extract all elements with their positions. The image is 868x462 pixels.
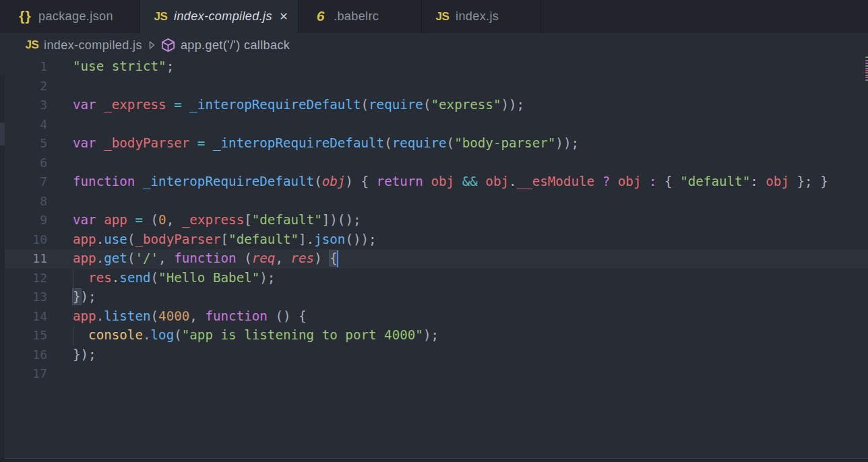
token-pln: ( xyxy=(143,212,158,228)
token-str: "default" xyxy=(228,232,299,247)
code-line[interactable]: function _interopRequireDefault(obj) { r… xyxy=(73,172,828,192)
token-var: _express xyxy=(182,212,244,228)
line-number[interactable]: 1 xyxy=(5,57,47,77)
code-row: 13}); xyxy=(5,288,868,307)
token-var: app xyxy=(104,212,127,228)
token-pln: ( xyxy=(127,251,135,266)
line-number[interactable]: 6 xyxy=(5,154,47,173)
code-row: 11app.get('/', function (req, res) { xyxy=(5,249,868,269)
tab-babelrc[interactable]: 6.babelrc xyxy=(299,0,422,33)
code-line[interactable]: app.listen(4000, function () { xyxy=(73,307,307,327)
code-row: 2 xyxy=(5,77,868,96)
token-num: 0 xyxy=(158,212,166,228)
line-number[interactable]: 2 xyxy=(5,77,47,96)
code-row: 12 res.send("Hello Babel"); xyxy=(5,269,868,288)
token-fn: get xyxy=(104,251,127,266)
line-number[interactable]: 8 xyxy=(5,192,47,211)
token-pln xyxy=(454,174,462,189)
line-number[interactable]: 10 xyxy=(5,230,47,250)
token-pln: ( xyxy=(151,270,159,286)
token-var: _bodyParser xyxy=(104,135,189,151)
token-str: "Hello Babel" xyxy=(158,270,259,286)
token-fn: require xyxy=(369,97,423,112)
token-var: _bodyParser xyxy=(135,232,220,247)
token-pln: ( xyxy=(237,251,252,266)
token-fn: log xyxy=(151,327,175,343)
line-number[interactable]: 5 xyxy=(5,134,47,154)
token-pln xyxy=(205,135,213,151)
token-pln xyxy=(96,97,104,112)
token-var: app xyxy=(73,251,96,266)
code-line[interactable]: res.send("Hello Babel"); xyxy=(73,269,275,288)
minimap-mark xyxy=(865,57,868,58)
sidebar-edge xyxy=(0,75,5,462)
tab-label: index.js xyxy=(456,9,499,24)
token-pln: }; } xyxy=(789,174,828,189)
minimap-mark xyxy=(865,65,868,67)
token-kw: var xyxy=(73,212,96,228)
text-cursor xyxy=(337,251,339,267)
sidebar-scrollbar-thumb[interactable] xyxy=(0,123,5,145)
tab-index-compiled-js[interactable]: JSindex-compiled.js✕ xyxy=(140,0,299,33)
token-pln: , xyxy=(166,212,182,228)
minimap[interactable] xyxy=(865,57,868,97)
code-row: 4 xyxy=(5,115,868,135)
tab-index-js[interactable]: JSindex.js xyxy=(422,0,541,33)
code-line[interactable]: var app = (0, _express["default"])(); xyxy=(73,211,361,230)
token-str: '/' xyxy=(135,251,158,266)
tab-package-json[interactable]: {}package.json xyxy=(0,0,140,33)
line-number[interactable]: 12 xyxy=(5,269,47,288)
close-icon[interactable]: ✕ xyxy=(276,9,291,24)
token-pln: ( xyxy=(361,97,369,112)
code-line[interactable]: "use strict"; xyxy=(73,57,174,77)
code-row: 6 xyxy=(5,154,868,173)
code-line[interactable]: app.get('/', function (req, res) { xyxy=(73,249,338,269)
token-pln xyxy=(127,212,135,228)
code-line[interactable]: var _express = _interopRequireDefault(re… xyxy=(73,96,524,115)
token-pln xyxy=(423,174,431,189)
token-str: "body-parser" xyxy=(454,135,555,151)
token-pln: )); xyxy=(501,97,524,112)
token-pln xyxy=(96,135,104,151)
minimap-mark xyxy=(865,63,868,64)
line-number[interactable]: 13 xyxy=(5,288,47,307)
token-pln: )); xyxy=(555,135,579,151)
token-op: && xyxy=(462,174,478,189)
line-number[interactable]: 7 xyxy=(5,172,47,192)
token-pln: ); xyxy=(423,327,439,343)
token-pln: , xyxy=(275,251,290,266)
panel-top-strip xyxy=(0,458,868,462)
token-var: res xyxy=(88,270,112,286)
line-number[interactable]: 15 xyxy=(5,326,47,345)
code-line[interactable]: }); xyxy=(73,345,96,365)
tab-label: index-compiled.js xyxy=(174,9,272,24)
token-fn: _interopRequireDefault xyxy=(213,135,384,151)
line-number[interactable]: 11 xyxy=(5,249,47,269)
code-line[interactable]: console.log("app is listening to port 40… xyxy=(73,326,439,345)
code-row: 8 xyxy=(5,192,868,211)
token-pln: ); xyxy=(259,270,275,286)
token-pln xyxy=(610,174,618,189)
code-line[interactable]: app.use(_bodyParser["default"].json()); xyxy=(73,230,377,250)
token-pln: ()); xyxy=(345,232,376,247)
line-number[interactable]: 16 xyxy=(5,345,47,365)
token-str: "default" xyxy=(252,212,322,228)
line-number[interactable]: 17 xyxy=(5,364,47,384)
line-number[interactable]: 4 xyxy=(5,115,47,135)
line-number[interactable]: 3 xyxy=(5,96,47,115)
breadcrumb: JS index-compiled.js app.get('/') callba… xyxy=(5,33,868,57)
line-number[interactable]: 14 xyxy=(5,307,47,327)
token-pln: ( xyxy=(447,135,455,151)
token-str: "app is listening to port 4000" xyxy=(182,327,423,343)
token-pln xyxy=(96,212,104,228)
token-pln: [ xyxy=(221,232,229,247)
breadcrumb-file[interactable]: index-compiled.js xyxy=(39,38,142,53)
token-pln xyxy=(73,327,88,343)
code-row: 5var _bodyParser = _interopRequireDefaul… xyxy=(5,134,868,154)
code-line[interactable]: var _bodyParser = _interopRequireDefault… xyxy=(73,134,579,154)
token-var: obj xyxy=(485,174,509,189)
breadcrumb-symbol[interactable]: app.get('/') callback xyxy=(160,37,290,53)
token-kw: : xyxy=(649,174,657,189)
code-line[interactable]: }); xyxy=(73,288,96,307)
line-number[interactable]: 9 xyxy=(5,211,47,230)
